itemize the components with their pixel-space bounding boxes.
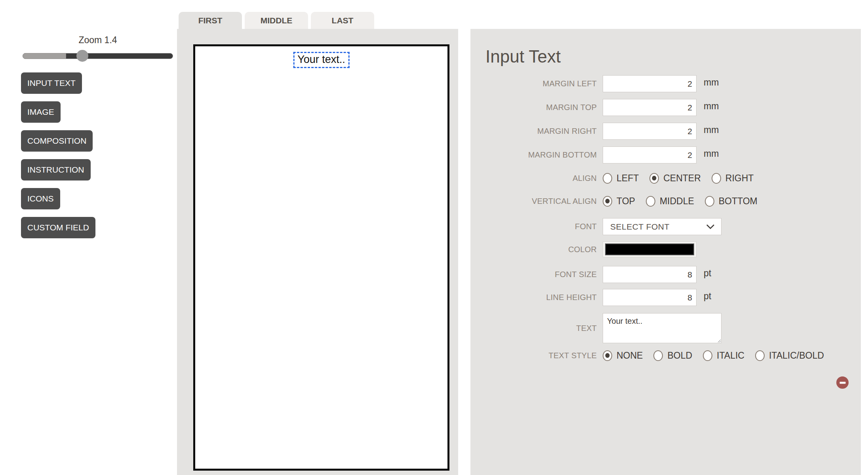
line-height-unit: pt [704,291,711,302]
selected-text-element[interactable]: Your text.. [293,52,350,68]
margin-left-unit: mm [704,77,719,88]
color-row: COLOR [470,241,697,257]
margin-bottom-unit: mm [704,148,719,159]
font-size-label: FONT SIZE [470,270,603,279]
tab-middle[interactable]: MIDDLE [245,12,308,29]
line-height-row: LINE HEIGHT pt [470,289,711,306]
font-select-value: SELECT FONT [610,222,706,232]
radio-button-icon [712,173,721,184]
radio-button-icon [603,196,612,207]
font-size-row: FONT SIZE pt [470,266,711,283]
vertical-align-label: VERTICAL ALIGN [470,197,603,206]
page-tabs: FIRST MIDDLE LAST [179,12,374,29]
zoom-slider-handle[interactable] [76,50,88,62]
image-button[interactable]: IMAGE [21,101,61,123]
margin-right-input[interactable] [603,123,697,140]
composition-button[interactable]: COMPOSITION [21,130,93,152]
style-option-bold-label: BOLD [667,350,692,361]
margin-right-row: MARGIN RIGHT mm [470,123,719,140]
preview-panel: Your text.. [177,29,458,475]
text-style-radio-group: NONE BOLD ITALIC ITALIC/BOLD [603,350,824,361]
panel-title: Input Text [485,47,561,66]
radio-button-icon [755,350,765,361]
remove-element-button[interactable] [836,376,849,389]
input-text-button[interactable]: INPUT TEXT [21,72,82,94]
margin-bottom-row: MARGIN BOTTOM mm [470,146,719,163]
align-option-right-label: RIGHT [725,173,754,184]
align-row: ALIGN LEFT CENTER RIGHT [470,170,754,186]
radio-button-icon [653,350,663,361]
margin-top-unit: mm [704,101,719,112]
font-select[interactable]: SELECT FONT [603,218,721,235]
margin-right-label: MARGIN RIGHT [470,127,603,136]
margin-bottom-input[interactable] [603,146,697,163]
style-option-italic-bold[interactable]: ITALIC/BOLD [755,350,824,361]
icons-button[interactable]: ICONS [21,188,60,209]
tab-first[interactable]: FIRST [179,12,242,29]
radio-button-icon [649,173,659,184]
radio-button-icon [646,196,655,207]
margin-top-label: MARGIN TOP [470,103,603,112]
style-option-none-label: NONE [617,350,643,361]
margin-left-label: MARGIN LEFT [470,79,603,88]
line-height-input[interactable] [603,289,697,306]
style-option-bold[interactable]: BOLD [653,350,692,361]
radio-button-icon [603,173,612,184]
vertical-align-row: VERTICAL ALIGN TOP MIDDLE BOTTOM [470,193,758,209]
color-picker[interactable] [603,241,697,257]
zoom-slider[interactable] [23,53,173,59]
align-radio-group: LEFT CENTER RIGHT [603,173,754,184]
font-row: FONT SELECT FONT [470,218,721,235]
vertical-align-radio-group: TOP MIDDLE BOTTOM [603,196,758,207]
text-content-input[interactable]: Your text.. [603,313,721,343]
zoom-level-label: Zoom 1.4 [23,35,173,46]
label-designer-app: Zoom 1.4 INPUT TEXT IMAGE COMPOSITION IN… [0,0,868,475]
align-option-left-label: LEFT [617,173,639,184]
color-swatch-value [605,243,694,255]
align-option-center[interactable]: CENTER [649,173,701,184]
tab-last[interactable]: LAST [311,12,374,29]
style-option-italic[interactable]: ITALIC [703,350,744,361]
font-size-unit: pt [704,268,711,279]
align-option-left[interactable]: LEFT [603,173,639,184]
valign-option-middle[interactable]: MIDDLE [646,196,694,207]
properties-panel: Input Text MARGIN LEFT mm MARGIN TOP mm … [470,29,861,475]
instruction-button[interactable]: INSTRUCTION [21,159,91,180]
style-option-none[interactable]: NONE [603,350,643,361]
text-style-label: TEXT STYLE [470,351,603,360]
align-option-center-label: CENTER [663,173,701,184]
radio-button-icon [603,350,612,361]
text-row: TEXT Your text.. [470,313,721,344]
text-label: TEXT [470,324,603,333]
radio-button-icon [703,350,712,361]
valign-option-top[interactable]: TOP [603,196,635,207]
chevron-down-icon [706,224,715,229]
radio-button-icon [705,196,714,207]
valign-option-top-label: TOP [617,196,635,207]
valign-option-middle-label: MIDDLE [660,196,694,207]
margin-top-row: MARGIN TOP mm [470,99,719,116]
margin-top-input[interactable] [603,99,697,116]
margin-right-unit: mm [704,125,719,135]
valign-option-bottom[interactable]: BOTTOM [705,196,758,207]
style-option-italic-label: ITALIC [717,350,744,361]
valign-option-bottom-label: BOTTOM [719,196,758,207]
margin-left-row: MARGIN LEFT mm [470,75,719,92]
align-label: ALIGN [470,174,603,183]
style-option-italic-bold-label: ITALIC/BOLD [769,350,824,361]
margin-left-input[interactable] [603,75,697,92]
align-option-right[interactable]: RIGHT [712,173,754,184]
font-size-input[interactable] [603,266,697,283]
line-height-label: LINE HEIGHT [470,293,603,302]
color-label: COLOR [470,245,603,254]
margin-bottom-label: MARGIN BOTTOM [470,150,603,160]
custom-field-button[interactable]: CUSTOM FIELD [21,217,95,238]
zoom-slider-fill [23,53,66,59]
label-canvas[interactable]: Your text.. [193,44,449,471]
minus-icon [839,382,845,384]
font-label: FONT [470,222,603,231]
text-style-row: TEXT STYLE NONE BOLD ITALIC ITALIC/BOLD [470,348,824,363]
element-toolbox: INPUT TEXT IMAGE COMPOSITION INSTRUCTION… [21,72,95,238]
